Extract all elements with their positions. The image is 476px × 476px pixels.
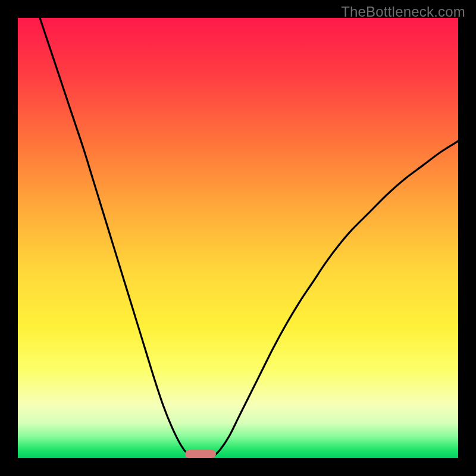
watermark-text: TheBottleneck.com (341, 4, 465, 20)
left-curve (40, 18, 194, 458)
plot-area (18, 18, 458, 458)
chart-frame: TheBottleneck.com (0, 0, 476, 476)
curve-layer (18, 18, 458, 458)
right-curve (212, 141, 458, 458)
minimum-marker (185, 450, 216, 458)
